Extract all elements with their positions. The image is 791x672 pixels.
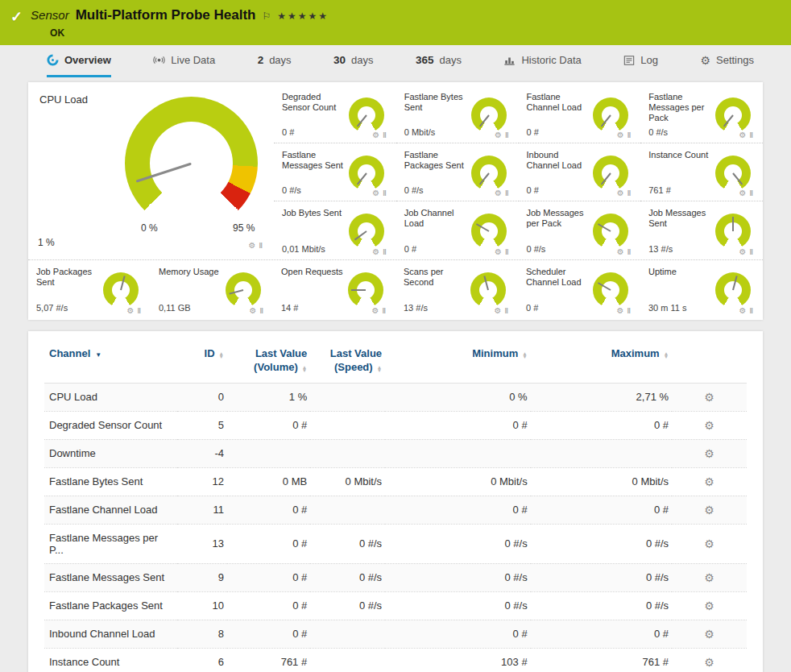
sort-desc-icon[interactable]: ▼ [95,351,101,359]
gear-icon[interactable]: ⚙ [495,189,502,197]
column-header-minimum[interactable]: Minimum▲▼ [385,334,531,383]
gear-icon[interactable]: ⚙ [127,306,135,315]
pause-icon[interactable]: ‖ [383,131,386,139]
gauge-tile[interactable]: Degraded Sensor Count 0 # ⚙ ‖ [274,85,396,143]
pause-icon[interactable]: ‖ [383,248,386,256]
channel-settings-icon[interactable]: ⚙ [704,504,714,516]
pause-icon[interactable]: ‖ [627,131,631,139]
column-header-last-value-speed[interactable]: Last Value (Speed)▲▼ [310,334,385,383]
tab-settings[interactable]: ⚙ Settings [700,45,754,77]
gauge-tile[interactable]: Fastlane Messages Sent 0 #/s ⚙ ‖ [274,143,396,201]
gauge-tile[interactable]: Job Messages per Pack 0 #/s ⚙ ‖ [519,201,641,259]
gauge-tile[interactable]: Fastlane Channel Load 0 # ⚙ ‖ [519,85,641,143]
gear-icon[interactable]: ⚙ [495,306,502,315]
gauge-tile[interactable]: Instance Count 761 # ⚙ ‖ [640,143,763,201]
gear-icon[interactable]: ⚙ [617,247,624,256]
channel-settings-icon[interactable]: ⚙ [704,571,714,584]
channel-last-value-volume: 0 # [227,591,310,620]
column-header-last-value-volume[interactable]: Last Value (Volume)▲▼ [227,334,310,383]
gauge-tile[interactable]: Job Messages Sent 13 #/s ⚙ ‖ [640,201,763,259]
pause-icon[interactable]: ‖ [627,189,631,197]
table-row[interactable]: Fastlane Messages Sent 9 0 # 0 #/s 0 #/s… [44,563,747,591]
gear-icon[interactable]: ⚙ [739,189,747,197]
gauge-tile[interactable]: Fastlane Packages Sent 0 #/s ⚙ ‖ [396,143,519,201]
tab-30-days[interactable]: 30 days [333,45,374,77]
channel-settings-icon[interactable]: ⚙ [704,475,714,488]
pause-icon[interactable]: ‖ [505,131,508,139]
gear-icon[interactable]: ⚙ [250,306,257,315]
tab-live-data[interactable]: Live Data [153,45,215,77]
tab-2-days[interactable]: 2 days [258,45,292,77]
pause-icon[interactable]: ‖ [138,307,141,315]
pause-icon[interactable]: ‖ [260,307,263,315]
tab-historic-data[interactable]: Historic Data [503,45,581,77]
gauge-tile[interactable]: Uptime 30 m 11 s ⚙ ‖ [640,260,763,318]
tab-365-days[interactable]: 365 days [416,45,462,77]
pause-icon[interactable]: ‖ [383,189,386,197]
table-row[interactable]: Fastlane Bytes Sent 12 0 MB 0 Mbit/s 0 M… [44,467,747,496]
sort-icon[interactable]: ▲▼ [522,352,527,359]
gear-icon[interactable]: ⚙ [495,131,502,139]
gear-icon[interactable]: ⚙ [372,306,379,315]
table-row[interactable]: Instance Count 6 761 # 103 # 761 # ⚙ [44,648,747,672]
column-header-id[interactable]: ID▲▼ [177,334,227,383]
channel-settings-icon[interactable]: ⚙ [704,537,714,550]
pause-icon[interactable]: ‖ [505,189,508,197]
pause-icon[interactable]: ‖ [505,307,508,315]
flag-icon[interactable]: ⚐ [262,10,271,22]
gauge-tile[interactable]: Fastlane Messages per Pack 0 #/s ⚙ ‖ [640,85,763,143]
gear-icon[interactable]: ⚙ [739,131,747,139]
gauge-tile[interactable]: Memory Usage 0,11 GB ⚙ ‖ [151,260,273,318]
pause-icon[interactable]: ‖ [627,248,631,256]
gauge-tile[interactable]: Scans per Second 13 #/s ⚙ ‖ [396,260,518,318]
channel-settings-icon[interactable]: ⚙ [704,599,714,612]
gear-icon[interactable]: ⚙ [495,247,502,256]
pause-icon[interactable]: ‖ [750,307,753,315]
table-row[interactable]: CPU Load 0 1 % 0 % 2,71 % ⚙ [44,383,747,411]
channel-settings-icon[interactable]: ⚙ [704,447,714,460]
gauge-tile[interactable]: Job Bytes Sent 0,01 Mbit/s ⚙ ‖ [274,201,396,259]
sort-icon[interactable]: ▲▼ [302,366,307,372]
gauge-tile[interactable]: Job Packages Sent 5,07 #/s ⚙ ‖ [28,260,151,318]
gear-icon[interactable]: ⚙ [617,131,624,139]
channel-settings-icon[interactable]: ⚙ [704,656,714,669]
priority-stars-icon[interactable]: ★★★★★ [277,10,329,22]
gear-icon[interactable]: ⚙ [249,241,256,250]
column-header-channel[interactable]: Channel▼ [44,334,177,383]
table-row[interactable]: Fastlane Packages Sent 10 0 # 0 #/s 0 #/… [44,591,747,620]
pause-icon[interactable]: ‖ [750,131,753,139]
sort-icon[interactable]: ▲▼ [219,352,224,359]
gauge-tile[interactable]: Inbound Channel Load 0 # ⚙ ‖ [519,143,641,201]
gear-icon[interactable]: ⚙ [372,247,379,256]
pause-icon[interactable]: ‖ [505,248,508,256]
pause-icon[interactable]: ‖ [383,307,386,315]
table-row[interactable]: Downtime -4 ⚙ [44,439,747,467]
column-header-maximum[interactable]: Maximum▲▼ [531,334,672,383]
pause-icon[interactable]: ‖ [259,242,263,250]
channel-settings-icon[interactable]: ⚙ [704,419,714,432]
pause-icon[interactable]: ‖ [750,189,753,197]
channel-settings-icon[interactable]: ⚙ [704,628,714,641]
gauge-tile-cpu-load[interactable]: CPU Load 0 % 95 % 1 % ⚙ ‖ [28,85,274,259]
gauge-tile[interactable]: Fastlane Bytes Sent 0 Mbit/s ⚙ ‖ [396,85,519,143]
channel-settings-icon[interactable]: ⚙ [704,391,714,404]
pause-icon[interactable]: ‖ [627,307,631,315]
gauge-tile[interactable]: Scheduler Channel Load 0 # ⚙ ‖ [518,260,640,318]
table-row[interactable]: Inbound Channel Load 8 0 # 0 # 0 # ⚙ [44,620,747,648]
sort-icon[interactable]: ▲▼ [377,366,382,372]
gear-icon[interactable]: ⚙ [372,189,379,197]
tab-overview[interactable]: Overview [47,45,111,77]
gear-icon[interactable]: ⚙ [739,306,747,315]
gear-icon[interactable]: ⚙ [739,247,747,256]
table-row[interactable]: Fastlane Channel Load 11 0 # 0 # 0 # ⚙ [44,496,747,524]
table-row[interactable]: Fastlane Messages per P... 13 0 # 0 #/s … [44,524,747,563]
pause-icon[interactable]: ‖ [750,248,753,256]
gear-icon[interactable]: ⚙ [372,131,379,139]
gauge-tile[interactable]: Job Channel Load 0 # ⚙ ‖ [396,201,519,259]
gear-icon[interactable]: ⚙ [617,189,624,197]
tab-log[interactable]: Log [623,45,658,77]
gauge-tile[interactable]: Open Requests 14 # ⚙ ‖ [273,260,396,318]
sort-icon[interactable]: ▲▼ [664,352,669,359]
table-row[interactable]: Degraded Sensor Count 5 0 # 0 # 0 # ⚙ [44,411,747,439]
gear-icon[interactable]: ⚙ [617,306,624,315]
